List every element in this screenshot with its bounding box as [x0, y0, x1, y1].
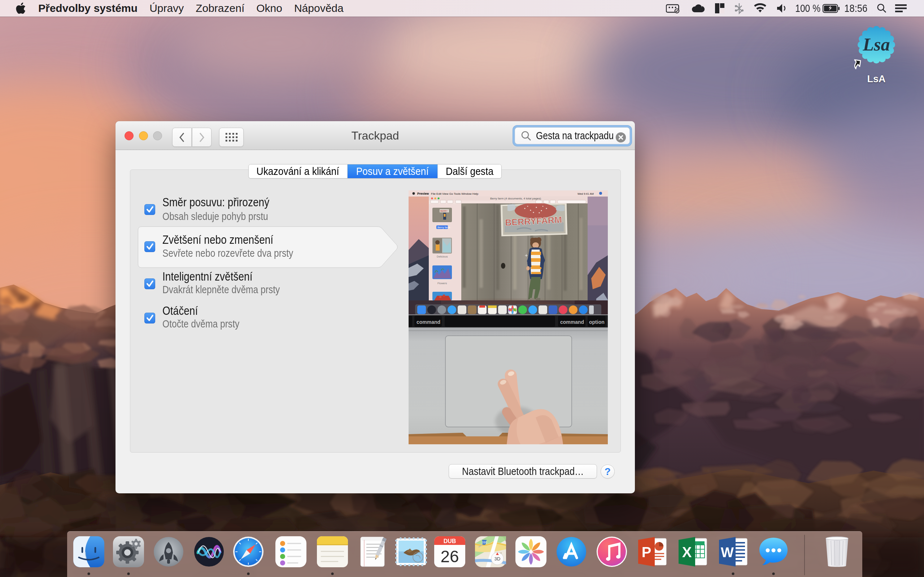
- svg-text:command: command: [417, 319, 440, 325]
- svg-text:File Edit View Go Tool: File Edit View Go Tools Window Help: [431, 192, 478, 195]
- svg-text:Wed 9:41 AM: Wed 9:41 AM: [577, 192, 594, 195]
- svg-text:Preview: Preview: [417, 192, 429, 195]
- svg-text:command: command: [560, 319, 584, 325]
- svg-text:BERRY: BERRY: [440, 210, 448, 212]
- svg-text:Flowers: Flowers: [438, 282, 447, 285]
- svg-text:Berry farm (4 documents, 4 tot: Berry farm (4 documents, 4 total pages): [490, 197, 541, 200]
- svg-text:Berry farm: Berry farm: [438, 226, 450, 229]
- svg-text:+: +: [525, 253, 528, 258]
- svg-text:option: option: [589, 319, 604, 325]
- svg-text:Lsa: Lsa: [862, 34, 890, 55]
- svg-text:Delicious: Delicious: [437, 255, 448, 258]
